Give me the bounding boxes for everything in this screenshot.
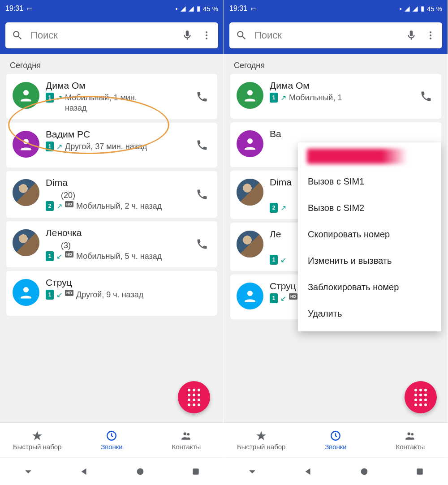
search-bar[interactable]: Поиск: [229, 22, 442, 48]
avatar[interactable]: [237, 130, 263, 157]
mic-icon[interactable]: [181, 30, 193, 41]
incoming-arrow-icon: ↙: [56, 252, 62, 261]
sim-badge: 1: [46, 251, 54, 261]
more-vert-icon[interactable]: [201, 30, 212, 41]
call-button[interactable]: [193, 90, 211, 103]
hd-badge: HD: [65, 290, 73, 296]
avatar[interactable]: [237, 179, 263, 206]
avatar[interactable]: [237, 231, 263, 258]
call-item[interactable]: Дима Ом 1↗Мобильный, 1 мин. назад: [6, 74, 217, 119]
nav-contacts[interactable]: Контакты: [373, 423, 448, 457]
call-name: Ва: [270, 129, 435, 139]
avatar[interactable]: [13, 179, 39, 206]
system-nav: [0, 457, 224, 485]
dialpad-fab[interactable]: [405, 381, 437, 413]
sim-badge: 1: [46, 93, 54, 103]
nav-label: Быстрый набор: [237, 443, 286, 451]
status-bar: 19:31 ▭ • ◢ ◢ ▮ 45 %: [224, 0, 448, 17]
call-button[interactable]: [193, 139, 211, 151]
call-item[interactable]: Дима Ом 1↗Мобильный, 1: [230, 74, 441, 119]
nav-calls[interactable]: Звонки: [298, 423, 373, 457]
status-icons: • ◢ ◢ ▮ 45 %: [400, 4, 442, 13]
search-icon: [12, 30, 23, 41]
search-input[interactable]: Поиск: [254, 30, 405, 41]
call-count: (20): [61, 191, 193, 200]
call-name: Струц: [46, 277, 211, 288]
outgoing-arrow-icon: ↗: [56, 202, 62, 210]
calls-list[interactable]: Дима Ом 1↗Мобильный, 1 мин. назад Вадим …: [0, 74, 224, 422]
status-time: 19:31: [5, 4, 23, 13]
recents-icon[interactable]: [415, 467, 424, 476]
home-icon[interactable]: [135, 467, 145, 476]
call-item[interactable]: Струц 1↙HDДругой, 9 ч. назад: [6, 271, 217, 316]
ctx-call-sim2[interactable]: Вызов с SIM2: [298, 195, 441, 221]
ctx-copy-number[interactable]: Скопировать номер: [298, 221, 441, 248]
more-vert-icon[interactable]: [425, 30, 436, 41]
home-icon[interactable]: [359, 467, 369, 476]
call-name: Леночка: [46, 227, 193, 238]
avatar[interactable]: [237, 82, 263, 109]
avatar[interactable]: [13, 229, 39, 256]
call-meta: Мобильный, 1: [289, 93, 342, 103]
chevron-down-icon[interactable]: [247, 467, 257, 476]
signal-icon: ◢: [189, 4, 194, 13]
dot-icon: •: [400, 5, 402, 13]
call-name: Вадим PC: [46, 129, 193, 140]
status-bar: 19:31 ▭ • ◢ ◢ ▮ 45 %: [0, 0, 224, 17]
status-icons: • ◢ ◢ ▮ 45 %: [176, 4, 218, 13]
svg-point-16: [247, 291, 253, 296]
call-button[interactable]: [193, 188, 211, 201]
call-button[interactable]: [417, 90, 435, 103]
screenshot-indicator-icon: ▭: [251, 5, 257, 12]
ctx-delete[interactable]: Удалить: [298, 300, 441, 327]
incoming-arrow-icon: ↙: [56, 291, 62, 299]
svg-rect-21: [417, 468, 423, 474]
search-icon: [236, 30, 247, 41]
battery-level: 45 %: [203, 5, 218, 13]
signal-icon: ◢: [413, 4, 418, 13]
dialpad-fab[interactable]: [178, 381, 210, 413]
back-icon[interactable]: [79, 467, 89, 476]
call-name: Дима Ом: [270, 80, 417, 91]
mic-icon[interactable]: [405, 30, 417, 41]
chevron-down-icon[interactable]: [23, 467, 33, 476]
recents-icon[interactable]: [191, 467, 200, 476]
ctx-block-number[interactable]: Заблокировать номер: [298, 274, 441, 300]
battery-icon: ▮: [197, 4, 200, 13]
nav-label: Быстрый набор: [13, 443, 62, 451]
svg-point-12: [430, 34, 431, 36]
search-bar[interactable]: Поиск: [5, 22, 218, 48]
avatar[interactable]: [13, 279, 39, 306]
call-button[interactable]: [193, 238, 211, 250]
nav-label: Контакты: [396, 443, 425, 451]
call-item[interactable]: Вадим PC 1↗Другой, 37 мин. назад: [6, 123, 217, 167]
svg-point-13: [430, 38, 431, 39]
svg-point-19: [411, 433, 413, 435]
nav-contacts[interactable]: Контакты: [149, 423, 224, 457]
bottom-nav: Быстрый набор Звонки Контакты: [0, 422, 224, 457]
avatar[interactable]: [237, 283, 263, 309]
context-menu-header-blurred: [307, 149, 432, 164]
section-today-label: Сегодня: [224, 54, 448, 74]
nav-calls[interactable]: Звонки: [74, 423, 149, 457]
call-name: Дима Ом: [46, 80, 193, 91]
ctx-call-sim1[interactable]: Вызов с SIM1: [298, 168, 441, 195]
sim-badge: 1: [46, 142, 54, 151]
ctx-edit-call[interactable]: Изменить и вызвать: [298, 248, 441, 274]
signal-icon: ◢: [405, 4, 410, 13]
avatar[interactable]: [13, 131, 39, 158]
back-icon[interactable]: [303, 467, 313, 476]
nav-speed-dial[interactable]: Быстрый набор: [0, 423, 74, 457]
nav-label: Контакты: [172, 443, 201, 451]
call-item[interactable]: Dima (20) 2↗HDМобильный, 2 ч. назад: [6, 171, 217, 218]
hd-badge: HD: [289, 293, 297, 300]
outgoing-arrow-icon: ↗: [280, 94, 286, 102]
svg-point-1: [206, 34, 207, 36]
search-input[interactable]: Поиск: [30, 30, 181, 41]
nav-speed-dial[interactable]: Быстрый набор: [224, 423, 298, 457]
avatar[interactable]: [13, 82, 39, 109]
svg-point-7: [183, 432, 186, 435]
signal-icon: ◢: [181, 4, 186, 13]
call-item[interactable]: Леночка (3) 1↙HDМобильный, 5 ч. назад: [6, 221, 217, 268]
incoming-arrow-icon: ↙: [280, 294, 286, 303]
